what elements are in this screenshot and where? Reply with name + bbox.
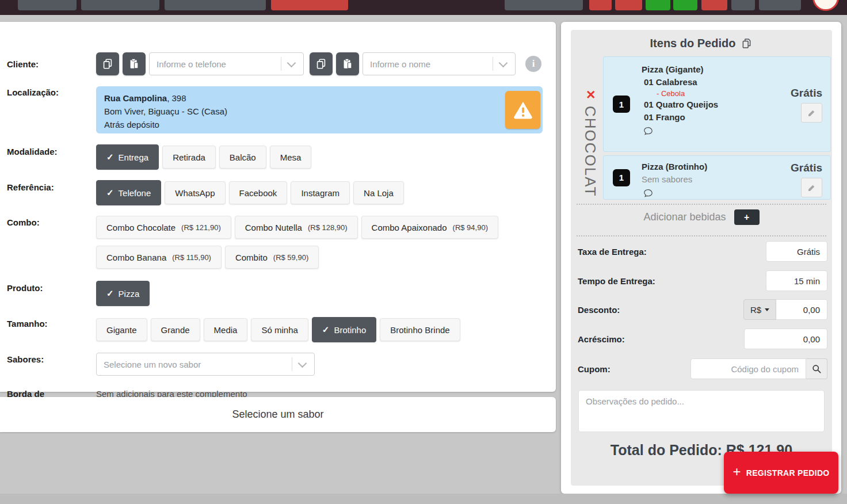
combo-name: Combo Chocolate bbox=[106, 223, 175, 232]
remove-combo-button[interactable]: ✕ bbox=[586, 89, 596, 101]
pencil-icon bbox=[807, 108, 817, 118]
currency-label: R$ bbox=[750, 305, 761, 315]
sabores-label: Sabores: bbox=[7, 354, 44, 364]
quantity-badge: 1 bbox=[613, 96, 630, 113]
order-item-1[interactable]: 1 Pizza (Gigante) 01 Calabresa - Cebola … bbox=[603, 56, 831, 152]
avatar[interactable] bbox=[812, 0, 839, 11]
register-order-label: REGISTRAR PEDIDO bbox=[746, 468, 830, 478]
option-instagram[interactable]: Instagram bbox=[291, 181, 350, 204]
edit-item-button[interactable] bbox=[801, 178, 822, 197]
option-na-loja[interactable]: Na Loja bbox=[353, 181, 404, 204]
topbar-button-6[interactable] bbox=[589, 0, 612, 10]
referencia-options: ✓ Telefone WhatsApp Facebook Instagram N… bbox=[96, 180, 404, 205]
bottom-scrollbar-track[interactable] bbox=[0, 494, 847, 504]
topbar-button-10[interactable] bbox=[701, 0, 727, 10]
plus-icon: + bbox=[732, 465, 741, 479]
option-balcao[interactable]: Balcão bbox=[219, 146, 266, 169]
option-label: Telefone bbox=[119, 188, 151, 198]
separator bbox=[577, 204, 826, 205]
topbar-button-7[interactable] bbox=[615, 0, 642, 10]
option-brotinho[interactable]: ✓ Brotinho bbox=[312, 317, 376, 342]
copy-order-icon[interactable] bbox=[741, 37, 753, 49]
topbar-button-5[interactable] bbox=[505, 0, 583, 10]
option-telefone[interactable]: ✓ Telefone bbox=[96, 180, 161, 205]
sabores-input[interactable] bbox=[97, 353, 292, 375]
option-label: Brotinho Brinde bbox=[390, 325, 449, 335]
cliente-label: Cliente: bbox=[7, 59, 39, 69]
comment-icon[interactable] bbox=[643, 188, 654, 198]
combo-options-row-2: Combo Banana (R$ 115,90) Combito (R$ 59,… bbox=[96, 246, 319, 269]
option-label: Gigante bbox=[106, 325, 137, 335]
acrescimo-input[interactable] bbox=[744, 329, 827, 349]
cupom-label: Cupom: bbox=[578, 364, 611, 374]
option-label: Balcão bbox=[230, 152, 256, 162]
register-order-button[interactable]: + REGISTRAR PEDIDO bbox=[724, 452, 838, 494]
option-so-minha[interactable]: Só minha bbox=[251, 318, 308, 341]
option-label: Pizza bbox=[119, 289, 140, 299]
info-icon[interactable]: i bbox=[525, 56, 541, 72]
topbar-button-9[interactable] bbox=[673, 0, 697, 10]
name-select[interactable] bbox=[363, 52, 516, 75]
separator bbox=[577, 235, 826, 236]
option-whatsapp[interactable]: WhatsApp bbox=[165, 181, 225, 204]
combo-nutella-button[interactable]: Combo Nutella (R$ 128,90) bbox=[235, 216, 358, 239]
comment-icon[interactable] bbox=[643, 125, 654, 136]
combo-apaixonado-button[interactable]: Combo Apaixonado (R$ 94,90) bbox=[361, 216, 498, 239]
currency-dropdown[interactable]: R$ bbox=[743, 299, 776, 320]
add-drinks-label: Adicionar bebidas bbox=[643, 211, 726, 223]
option-brotinho-brinde[interactable]: Brotinho Brinde bbox=[380, 318, 460, 341]
divider bbox=[493, 57, 493, 71]
cupom-search-button[interactable] bbox=[806, 358, 827, 379]
topbar-button-4[interactable] bbox=[271, 0, 348, 10]
cupom-input[interactable] bbox=[690, 358, 806, 379]
phone-select[interactable] bbox=[149, 52, 304, 75]
address-line-2: Bom Viver, Biguaçu - SC (Casa) bbox=[104, 105, 535, 118]
option-pizza[interactable]: ✓ Pizza bbox=[96, 281, 150, 306]
topbar-button-2[interactable] bbox=[81, 0, 159, 10]
desconto-label: Desconto: bbox=[578, 305, 620, 315]
topbar-button-12[interactable] bbox=[759, 0, 801, 10]
option-label: Media bbox=[214, 325, 238, 335]
desconto-input[interactable] bbox=[776, 299, 827, 320]
paste-name-button[interactable] bbox=[336, 52, 359, 75]
topbar-button-1[interactable] bbox=[18, 0, 77, 10]
produto-label: Produto: bbox=[7, 283, 43, 293]
name-input[interactable] bbox=[363, 53, 493, 75]
option-entrega[interactable]: ✓ Entrega bbox=[96, 144, 159, 170]
combo-price: (R$ 59,90) bbox=[273, 253, 308, 262]
paste-phone-button[interactable] bbox=[123, 52, 146, 75]
quantity-badge: 1 bbox=[613, 169, 630, 186]
desconto-group: R$ bbox=[743, 299, 827, 320]
option-media[interactable]: Media bbox=[204, 318, 248, 341]
combito-button[interactable]: Combito (R$ 59,90) bbox=[225, 246, 319, 269]
topbar-button-3[interactable] bbox=[165, 0, 266, 10]
option-facebook[interactable]: Facebook bbox=[229, 181, 288, 204]
add-drinks-button[interactable]: + bbox=[734, 209, 760, 225]
option-gigante[interactable]: Gigante bbox=[96, 318, 147, 341]
sabores-select[interactable] bbox=[96, 353, 315, 376]
option-grande[interactable]: Grande bbox=[151, 318, 200, 341]
topbar-button-8[interactable] bbox=[646, 0, 670, 10]
topbar-button-11[interactable] bbox=[731, 0, 755, 10]
copy-phone-button[interactable] bbox=[96, 52, 119, 75]
combo-chocolate-button[interactable]: Combo Chocolate (R$ 121,90) bbox=[96, 216, 231, 239]
cliente-row: i bbox=[96, 52, 541, 75]
copy-icon bbox=[101, 58, 114, 70]
copy-name-button[interactable] bbox=[310, 52, 333, 75]
tempo-entrega-label: Tempo de Entrega: bbox=[578, 276, 655, 286]
option-retirada[interactable]: Retirada bbox=[162, 146, 216, 169]
street-name: Rua Campolina bbox=[104, 93, 167, 103]
address-line-1: Rua Campolina, 398 bbox=[104, 91, 535, 105]
phone-input[interactable] bbox=[150, 53, 281, 75]
edit-item-button[interactable] bbox=[801, 103, 822, 123]
option-mesa[interactable]: Mesa bbox=[270, 146, 312, 169]
option-label: Facebook bbox=[239, 188, 277, 198]
order-item-2[interactable]: 1 Pizza (Brotinho) Sem sabores Grátis bbox=[603, 155, 831, 200]
paste-icon bbox=[341, 58, 354, 70]
address-warning-button[interactable] bbox=[505, 91, 540, 129]
taxa-entrega-input[interactable] bbox=[766, 241, 827, 262]
observations-textarea[interactable] bbox=[578, 390, 825, 432]
combo-banana-button[interactable]: Combo Banana (R$ 115,90) bbox=[96, 246, 222, 269]
taxa-entrega-label: Taxa de Entrega: bbox=[578, 247, 647, 257]
tempo-entrega-input[interactable] bbox=[766, 270, 827, 291]
